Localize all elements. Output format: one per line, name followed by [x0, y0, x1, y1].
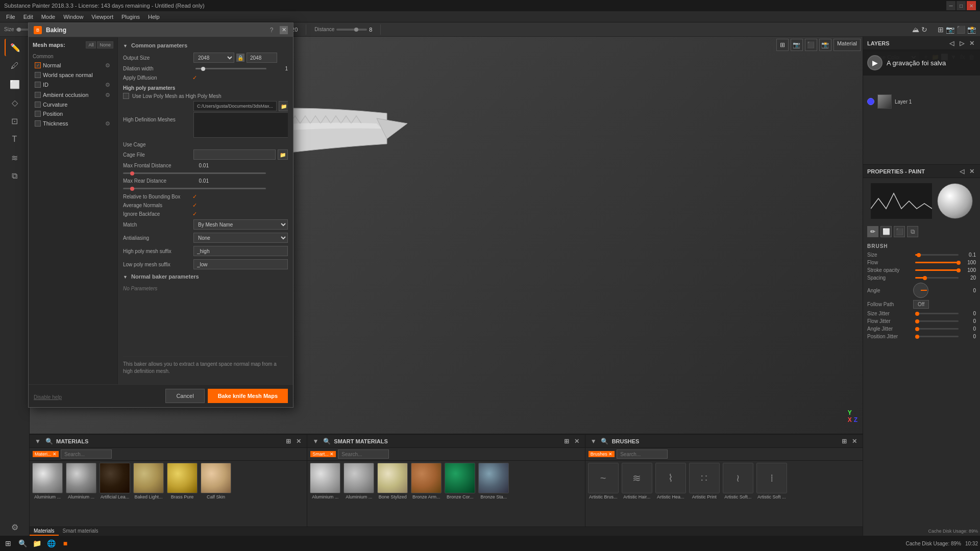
render-icon[interactable]: ⬛: [957, 26, 965, 34]
relative-check[interactable]: ✓: [192, 193, 197, 200]
angle-jitter-slider[interactable]: [915, 328, 959, 330]
brushes-search-input[interactable]: [617, 449, 668, 459]
thickness-checkbox[interactable]: [35, 120, 41, 127]
brushes-filter-icon[interactable]: ▼: [590, 437, 598, 445]
minimize-button[interactable]: ─: [946, 1, 955, 10]
viewport-btn-4[interactable]: 📸: [819, 39, 831, 51]
taskbar-app-1[interactable]: 📁: [31, 537, 43, 549]
dilation-slider[interactable]: [195, 68, 266, 69]
flow-prop-slider[interactable]: [915, 262, 959, 263]
high-poly-suffix-input[interactable]: [193, 246, 288, 256]
flow-jitter-slider[interactable]: [915, 320, 959, 322]
menu-plugins[interactable]: Plugins: [117, 13, 144, 21]
average-normals-check[interactable]: ✓: [192, 202, 197, 209]
settings-icon[interactable]: ⚙: [5, 518, 25, 536]
menu-help[interactable]: Help: [144, 13, 164, 21]
baking-help-icon[interactable]: ?: [267, 26, 276, 34]
list-item[interactable]: Bronze Arm...: [410, 463, 442, 499]
list-item[interactable]: Aluminium ...: [65, 463, 97, 499]
camera-icon[interactable]: 📷: [946, 26, 954, 34]
list-item[interactable]: ⁞ Artistic Soft ...: [756, 463, 788, 499]
output-size-select[interactable]: 204810244096: [193, 53, 234, 63]
thickness-gear-icon[interactable]: ⚙: [104, 120, 111, 127]
map-item-id[interactable]: ID ⚙: [33, 80, 113, 90]
eraser-tool[interactable]: ⬜: [5, 76, 25, 93]
smart-search-icon[interactable]: 🔍: [323, 437, 331, 445]
screenshot-icon[interactable]: 📸: [967, 26, 976, 34]
taskbar-app-2[interactable]: 🌐: [45, 537, 57, 549]
id-gear-icon[interactable]: ⚙: [104, 81, 111, 88]
smart-filter-icon[interactable]: ▼: [311, 437, 320, 445]
viewport-btn-3[interactable]: ⬛: [805, 39, 817, 51]
use-low-poly-checkbox[interactable]: [123, 93, 129, 99]
smart-expand[interactable]: ⊞: [562, 437, 571, 445]
menu-edit[interactable]: Edit: [19, 13, 37, 21]
layers-close[interactable]: ✕: [968, 39, 976, 47]
map-item-normal[interactable]: ✓ Normal ⚙: [33, 60, 113, 70]
size-prop-slider[interactable]: [915, 254, 959, 256]
brushes-expand[interactable]: ⊞: [840, 437, 848, 445]
materials-filter-icon[interactable]: ▼: [34, 437, 42, 445]
ao-checkbox[interactable]: [35, 92, 41, 98]
list-item[interactable]: Aluminium ...: [309, 463, 341, 499]
rotate-icon[interactable]: ↻: [921, 26, 927, 34]
follow-path-toggle[interactable]: Off: [913, 300, 929, 309]
menu-viewport[interactable]: Viewport: [87, 13, 117, 21]
world-normal-checkbox[interactable]: [35, 72, 41, 78]
id-checkbox[interactable]: [35, 82, 41, 88]
geometry-tool[interactable]: ◇: [5, 94, 25, 111]
map-item-curvature[interactable]: Curvature: [33, 100, 113, 109]
text-tool[interactable]: T: [5, 131, 25, 148]
ao-gear-icon[interactable]: ⚙: [104, 91, 111, 98]
layer-visibility-dot[interactable]: [867, 98, 874, 105]
position-jitter-slider[interactable]: [915, 336, 959, 337]
tab-materials[interactable]: Materials: [30, 527, 59, 536]
start-icon[interactable]: ⊞: [2, 537, 14, 549]
list-item[interactable]: Aluminium ...: [32, 463, 63, 499]
brushes-active-tab[interactable]: Brushes ✕: [589, 451, 615, 457]
list-item[interactable]: ≋ Artistic Hair...: [621, 463, 653, 499]
size-jitter-slider[interactable]: [915, 313, 959, 314]
brushes-close[interactable]: ✕: [850, 437, 859, 445]
clone-mode-icon[interactable]: ⧉: [907, 226, 918, 237]
map-item-thickness[interactable]: Thickness ⚙: [33, 118, 113, 129]
materials-expand[interactable]: ⊞: [284, 437, 292, 445]
list-item[interactable]: ~ Artistic Brus...: [587, 463, 619, 499]
output-size-input-2[interactable]: [247, 53, 277, 63]
max-frontal-slider[interactable]: [123, 172, 266, 174]
menu-file[interactable]: File: [2, 13, 19, 21]
paint-tool[interactable]: ✏️: [5, 39, 25, 56]
clone-tool[interactable]: ⧉: [5, 167, 25, 185]
curvature-checkbox[interactable]: [35, 102, 41, 108]
map-item-ao[interactable]: Ambient occlusion ⚙: [33, 90, 113, 100]
menu-window[interactable]: Window: [59, 13, 87, 21]
position-checkbox[interactable]: [35, 111, 41, 117]
none-button[interactable]: None: [97, 41, 113, 48]
antialiasing-select[interactable]: None 2x 4x: [193, 233, 288, 243]
size-lock-icon[interactable]: 🔒: [236, 54, 244, 62]
bake-button[interactable]: Bake knife Mesh Maps: [208, 389, 288, 403]
mountain-icon[interactable]: ⛰: [912, 26, 919, 34]
map-item-world-normal[interactable]: World space normal: [33, 70, 113, 80]
baking-close-button[interactable]: ✕: [280, 26, 288, 34]
cancel-button[interactable]: Cancel: [165, 389, 204, 403]
brushes-search-icon[interactable]: 🔍: [601, 437, 609, 445]
distance-slider[interactable]: [336, 29, 367, 31]
angle-dial[interactable]: [913, 283, 928, 298]
viewport-btn-2[interactable]: 📷: [791, 39, 803, 51]
material-dropdown[interactable]: Material: [834, 39, 861, 51]
list-item[interactable]: Bronze Sta...: [478, 463, 509, 499]
paint-mode-icon[interactable]: ✏: [867, 226, 878, 237]
materials-close[interactable]: ✕: [295, 437, 303, 445]
materials-active-tab[interactable]: Materi... ✕: [33, 451, 59, 457]
all-button[interactable]: All: [86, 41, 96, 48]
search-taskbar-icon[interactable]: 🔍: [16, 537, 29, 549]
fill-tool[interactable]: 🖊: [5, 57, 25, 74]
cage-file-input[interactable]: [193, 149, 276, 160]
stroke-opacity-slider[interactable]: [915, 269, 959, 271]
layer-item[interactable]: Layer 1: [863, 92, 980, 111]
baking-params-scroll[interactable]: ▼ Common parameters Output Size 20481024…: [123, 42, 288, 352]
normal-checkbox[interactable]: ✓: [35, 62, 41, 68]
list-item[interactable]: Bronze Cor...: [444, 463, 476, 499]
spacing-prop-slider[interactable]: [915, 277, 959, 279]
